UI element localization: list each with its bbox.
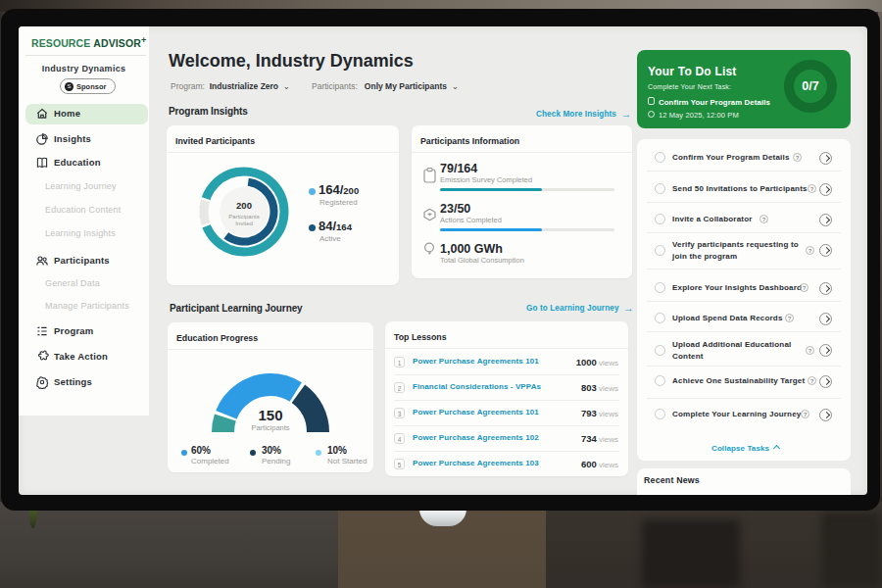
svg-text:200: 200	[236, 200, 252, 211]
svg-text:Invited: Invited	[235, 220, 253, 226]
svg-text:Participants: Participants	[228, 214, 259, 220]
